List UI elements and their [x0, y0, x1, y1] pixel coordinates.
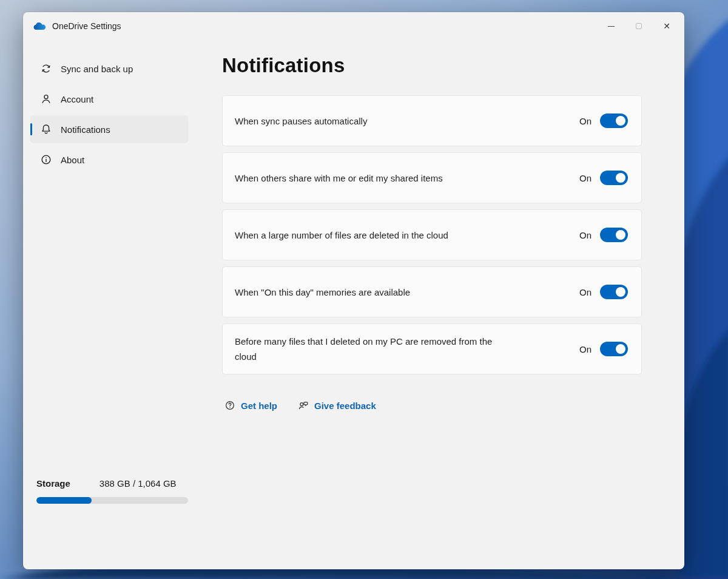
storage-progress-fill — [36, 497, 92, 504]
onedrive-settings-window: OneDrive Settings ✕ Sync and b — [23, 12, 684, 569]
sidebar-item-label: Notifications — [61, 124, 110, 135]
sidebar-item-label: Account — [61, 94, 93, 104]
sidebar-item-account[interactable]: Account — [30, 85, 188, 113]
setting-toggle[interactable] — [600, 285, 628, 299]
toggle-knob — [616, 344, 625, 354]
setting-toggle[interactable] — [600, 113, 628, 128]
sidebar-item-about[interactable]: About — [30, 146, 188, 174]
setting-label: When a large number of files are deleted… — [235, 228, 448, 243]
sidebar-item-label: About — [61, 155, 84, 165]
link-label: Get help — [241, 401, 277, 411]
window-body: Sync and back up Account — [23, 40, 684, 569]
setting-toggle[interactable] — [600, 171, 628, 185]
sidebar-item-sync-and-back-up[interactable]: Sync and back up — [30, 55, 188, 83]
toggle-knob — [616, 287, 625, 297]
toggle-knob — [616, 116, 625, 126]
setting-row: Before many files that I deleted on my P… — [222, 323, 642, 374]
footer-links: Get help Give feedback — [222, 400, 665, 411]
setting-row: When "On this day" memories are availabl… — [222, 266, 642, 317]
toggle-group: On — [579, 171, 628, 185]
minimize-icon — [608, 26, 615, 27]
toggle-state-text: On — [579, 344, 592, 354]
link-label: Give feedback — [314, 401, 376, 411]
storage-text-row: Storage 388 GB / 1,064 GB — [36, 478, 188, 489]
bell-icon — [40, 123, 52, 135]
toggle-knob — [616, 173, 625, 183]
onedrive-logo-icon — [33, 22, 47, 31]
feedback-icon — [298, 400, 309, 411]
storage-label: Storage — [36, 478, 70, 489]
toggle-group: On — [579, 342, 628, 356]
main-content: Notifications When sync pauses automatic… — [188, 40, 684, 569]
storage-usage-value: 388 GB / 1,064 GB — [99, 478, 177, 489]
sidebar: Sync and back up Account — [23, 40, 188, 569]
setting-label: When others share with me or edit my sha… — [235, 171, 443, 186]
window-controls: ✕ — [597, 12, 681, 40]
minimize-button[interactable] — [597, 14, 625, 38]
setting-label: When sync pauses automatically — [235, 113, 367, 129]
toggle-state-text: On — [579, 287, 592, 297]
setting-row: When others share with me or edit my sha… — [222, 152, 642, 203]
toggle-group: On — [579, 228, 628, 242]
toggle-state-text: On — [579, 173, 592, 183]
selected-accent-bar — [30, 123, 32, 135]
close-icon: ✕ — [663, 22, 670, 30]
help-icon — [224, 400, 235, 411]
maximize-button[interactable] — [625, 14, 653, 38]
toggle-group: On — [579, 113, 628, 128]
info-icon — [40, 154, 52, 166]
storage-progress-bar — [36, 497, 188, 504]
sidebar-item-label: Sync and back up — [61, 64, 133, 74]
window-title: OneDrive Settings — [52, 21, 121, 31]
maximize-icon — [636, 23, 642, 29]
close-button[interactable]: ✕ — [653, 14, 681, 38]
setting-label: When "On this day" memories are availabl… — [235, 285, 410, 300]
page-title: Notifications — [222, 52, 665, 79]
get-help-link[interactable]: Get help — [224, 400, 277, 411]
storage-section: Storage 388 GB / 1,064 GB — [36, 478, 188, 504]
give-feedback-link[interactable]: Give feedback — [298, 400, 376, 411]
toggle-state-text: On — [579, 230, 592, 240]
toggle-knob — [616, 230, 625, 240]
setting-row: When sync pauses automatically On — [222, 95, 642, 146]
setting-row: When a large number of files are deleted… — [222, 209, 642, 260]
setting-toggle[interactable] — [600, 342, 628, 356]
sidebar-item-notifications[interactable]: Notifications — [30, 115, 188, 143]
sync-icon — [40, 63, 52, 75]
person-icon — [40, 93, 52, 105]
titlebar-left: OneDrive Settings — [33, 21, 121, 31]
setting-toggle[interactable] — [600, 228, 628, 242]
setting-label: Before many files that I deleted on my P… — [235, 334, 514, 364]
toggle-group: On — [579, 285, 628, 299]
toggle-state-text: On — [579, 116, 592, 126]
titlebar: OneDrive Settings ✕ — [23, 12, 684, 40]
